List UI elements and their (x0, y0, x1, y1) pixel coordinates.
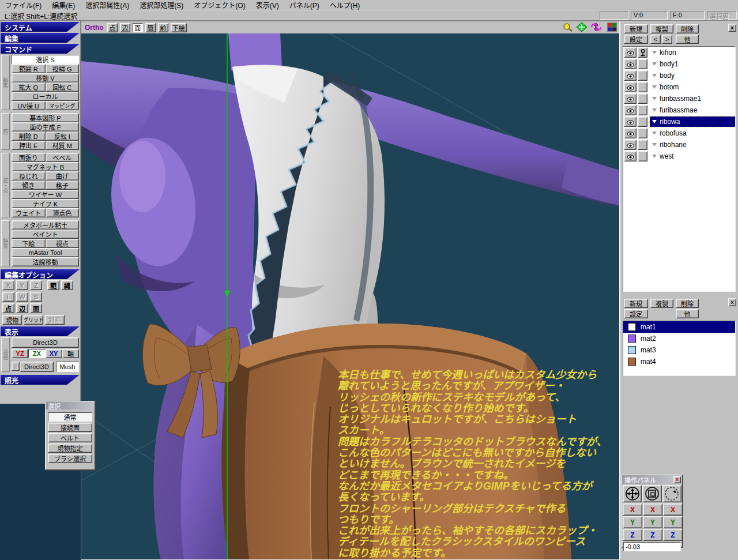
banner-edit[interactable]: 編集 (1, 33, 80, 43)
object-panel-close-icon[interactable]: × (728, 24, 736, 32)
parallel-toggle[interactable]: ||| (12, 362, 20, 371)
select-object-pick-button[interactable]: 現物指定 (48, 444, 92, 453)
lock-slot[interactable] (638, 128, 647, 138)
lock-slot[interactable] (638, 140, 647, 150)
cmd-make-face-button[interactable]: 面の生成 F (12, 122, 79, 131)
object-duplicate-button[interactable]: 複製 (650, 24, 673, 33)
object-row[interactable]: ribohane (623, 139, 735, 151)
view-xy-button[interactable]: XY (46, 349, 62, 358)
lock-slot[interactable] (638, 151, 647, 161)
cmd-rotate-button[interactable]: 回転 C (46, 82, 80, 92)
vp-front-toggle[interactable]: 前 (158, 23, 168, 32)
expand-triangle-icon[interactable] (652, 131, 657, 135)
banner-system[interactable]: システム (1, 22, 80, 32)
opt-s-button[interactable]: S (30, 292, 42, 302)
visibility-eye-icon[interactable] (624, 151, 637, 161)
cmd-bend-button[interactable]: 曲げ (46, 171, 80, 181)
lock-slot[interactable] (638, 82, 647, 92)
cmd-mastar-button[interactable]: mAstar Tool (12, 248, 79, 257)
menu-view[interactable]: 表示(V) (251, 0, 284, 10)
cmd-primitive-button[interactable]: 基本図形 P (12, 113, 79, 122)
material-row[interactable]: mat2 (623, 333, 735, 344)
cmd-magnet-button[interactable]: マグネット B (12, 162, 79, 171)
banner-edit-options[interactable]: 編集オプション (1, 269, 80, 279)
pan-icon[interactable] (577, 22, 587, 32)
banner-lighting[interactable]: 照光 (1, 375, 80, 385)
cmd-underlay-button[interactable]: 下絵 (12, 239, 46, 248)
banner-display[interactable]: 表示 (1, 326, 80, 336)
visibility-eye-icon[interactable] (624, 93, 637, 104)
direct3d-bottom-button[interactable]: Direct3D (20, 362, 54, 372)
cmd-paint-button[interactable]: ペイント (12, 230, 79, 239)
axis-z-button[interactable]: Z (623, 529, 642, 541)
axis-y-button[interactable]: Y (623, 516, 642, 528)
material-row[interactable]: mat3 (623, 344, 735, 356)
cmd-extrude-button[interactable]: 押出 E (12, 141, 46, 150)
cmd-lattice-button[interactable]: 格子 (46, 181, 80, 190)
view-zx-button[interactable]: ZX (28, 349, 45, 358)
object-prev-button[interactable]: < (650, 35, 661, 44)
opt-y-button[interactable]: Y (16, 280, 28, 290)
menu-edit[interactable]: 編集(E) (47, 0, 80, 10)
visibility-eye-icon[interactable] (624, 70, 637, 81)
select-lock-toggle[interactable]: 選択固定 (707, 11, 737, 20)
cmd-wire-button[interactable]: ワイヤー W (12, 190, 79, 199)
select-popup-titlebar[interactable]: 選択 (46, 401, 95, 409)
cmd-twist-button[interactable]: ねじれ (12, 171, 46, 181)
object-next-button[interactable]: > (662, 35, 672, 44)
banner-command[interactable]: コマンド (1, 44, 80, 54)
cmd-move-button[interactable]: 移動 V (12, 73, 79, 82)
expand-triangle-icon[interactable] (652, 51, 657, 54)
cmd-uv-button[interactable]: UV操 U (12, 101, 46, 110)
expand-triangle-icon[interactable] (652, 120, 657, 123)
material-panel-close-icon[interactable]: × (728, 298, 736, 306)
material-other-button[interactable]: 他 (676, 309, 699, 318)
object-row[interactable]: furibassmae (623, 104, 735, 116)
opt-rope-button[interactable]: 縄 (61, 280, 73, 290)
visibility-eye-icon[interactable] (624, 82, 637, 92)
lock-slot[interactable] (638, 116, 647, 127)
mesh-toggle[interactable]: Mesh (56, 362, 79, 372)
object-settings-button[interactable]: 設定 (624, 35, 648, 44)
menu-panel[interactable]: パネル(P) (284, 0, 325, 10)
material-duplicate-button[interactable]: 複製 (650, 299, 673, 308)
opt-edge-button[interactable]: 辺 (16, 303, 28, 313)
rotate-tool-button[interactable] (662, 485, 681, 502)
move-tool-button[interactable] (623, 485, 642, 502)
opt-point-button[interactable]: 点 (2, 303, 14, 313)
axis-x-button[interactable]: X (663, 503, 683, 516)
rotate-view-icon[interactable] (590, 22, 602, 32)
cmd-vertex-color-button[interactable]: 頂点色 (46, 208, 80, 217)
object-row[interactable]: robofusa (623, 127, 735, 139)
cmd-material-button[interactable]: 材質 M (46, 141, 80, 150)
lock-icon[interactable] (638, 47, 647, 58)
cmd-bevel-button[interactable]: ベベル (46, 153, 80, 162)
view-yz-button[interactable]: YZ (12, 349, 28, 358)
object-delete-button[interactable]: 削除 (676, 24, 699, 33)
cmd-mapping-button[interactable]: マッピング (46, 101, 80, 110)
projection-label[interactable]: Ortho (85, 24, 104, 32)
object-new-button[interactable]: 新規 (624, 24, 648, 33)
visibility-eye-icon[interactable] (624, 59, 637, 69)
view-axis-button[interactable]: 軸 (62, 349, 79, 358)
object-other-button[interactable]: 他 (676, 35, 699, 44)
cmd-knife-button[interactable]: ナイフ K (12, 199, 79, 208)
menu-selection-attr[interactable]: 選択部属性(A) (80, 0, 134, 10)
cmd-normal-move-button[interactable]: 法線移動 (12, 257, 79, 266)
object-row[interactable]: botom (623, 81, 735, 93)
opt-face-button[interactable]: 面 (30, 303, 42, 313)
visibility-eye-icon[interactable] (624, 128, 637, 138)
expand-triangle-icon[interactable] (652, 143, 657, 146)
vp-underlay-toggle[interactable]: 下絵 (171, 23, 187, 32)
object-row[interactable]: body (623, 70, 735, 81)
expand-triangle-icon[interactable] (652, 155, 657, 158)
material-row[interactable]: mat4 (623, 356, 735, 367)
opt-range-button[interactable]: 範 (47, 280, 59, 290)
opt-symmetry-button[interactable]: 対称 (45, 315, 65, 325)
material-settings-button[interactable]: 設定 (624, 309, 648, 318)
axis-z-button[interactable]: Z (643, 529, 662, 541)
lock-slot[interactable] (638, 59, 647, 69)
operation-panel-close-icon[interactable]: × (673, 476, 681, 483)
opt-w-button[interactable]: W (16, 292, 28, 302)
expand-triangle-icon[interactable] (652, 85, 657, 89)
